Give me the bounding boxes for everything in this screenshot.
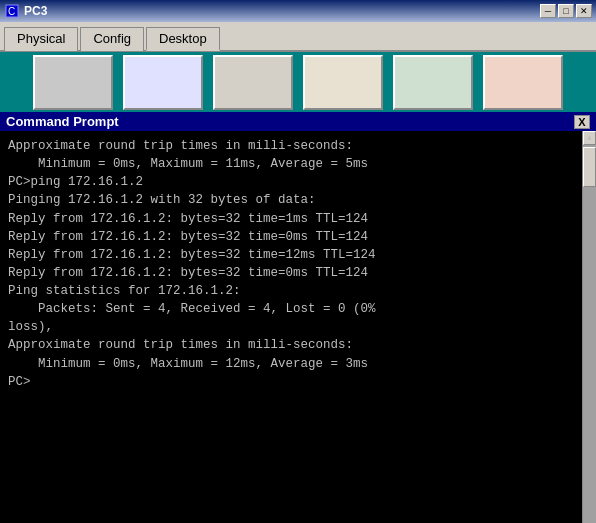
scrollbar-up-button[interactable]: ▲: [583, 131, 596, 145]
cmd-line-4: PC>ping 172.16.1.2: [8, 173, 574, 191]
cmd-close-button[interactable]: X: [574, 115, 590, 129]
cmd-line-19: PC>: [8, 373, 574, 391]
cmd-title-text: Command Prompt: [6, 114, 119, 129]
cmd-scrollbar[interactable]: ▲ ▼: [582, 131, 596, 523]
cmd-line-8: Reply from 172.16.1.2: bytes=32 time=1ms…: [8, 210, 574, 228]
window-title: PC3: [24, 4, 540, 18]
command-prompt-window: Command Prompt X Approximate round trip …: [0, 112, 596, 523]
cmd-output: Approximate round trip times in milli-se…: [8, 137, 574, 391]
cmd-line-15: loss),: [8, 318, 574, 336]
cmd-line-1: Approximate round trip times in milli-se…: [8, 137, 574, 155]
close-button[interactable]: ✕: [576, 4, 592, 18]
cmd-body[interactable]: Approximate round trip times in milli-se…: [0, 131, 596, 523]
maximize-button[interactable]: □: [558, 4, 574, 18]
scrollbar-track[interactable]: [583, 145, 596, 523]
tab-desktop[interactable]: Desktop: [146, 27, 220, 51]
desktop-area: [0, 52, 596, 112]
window-icon: C: [4, 3, 20, 19]
cmd-line-17: Minimum = 0ms, Maximum = 12ms, Average =…: [8, 355, 574, 373]
desktop-icon-1: [33, 55, 113, 110]
cmd-line-16: Approximate round trip times in milli-se…: [8, 336, 574, 354]
cmd-title-bar: Command Prompt X: [0, 112, 596, 131]
desktop-icons: [33, 55, 563, 110]
svg-text:C: C: [8, 6, 15, 17]
tab-bar: Physical Config Desktop: [0, 22, 596, 52]
minimize-button[interactable]: ─: [540, 4, 556, 18]
desktop-icon-6: [483, 55, 563, 110]
cmd-line-10: Reply from 172.16.1.2: bytes=32 time=12m…: [8, 246, 574, 264]
desktop-icon-2: [123, 55, 203, 110]
tab-config[interactable]: Config: [80, 27, 144, 51]
window-controls: ─ □ ✕: [540, 4, 592, 18]
cmd-line-2: Minimum = 0ms, Maximum = 11ms, Average =…: [8, 155, 574, 173]
cmd-line-14: Packets: Sent = 4, Received = 4, Lost = …: [8, 300, 574, 318]
scrollbar-thumb[interactable]: [583, 147, 596, 187]
tab-physical[interactable]: Physical: [4, 27, 78, 51]
window-title-bar: C PC3 ─ □ ✕: [0, 0, 596, 22]
cmd-line-6: Pinging 172.16.1.2 with 32 bytes of data…: [8, 191, 574, 209]
desktop-icon-5: [393, 55, 473, 110]
cmd-line-13: Ping statistics for 172.16.1.2:: [8, 282, 574, 300]
cmd-line-9: Reply from 172.16.1.2: bytes=32 time=0ms…: [8, 228, 574, 246]
desktop-icon-4: [303, 55, 383, 110]
desktop-icon-3: [213, 55, 293, 110]
cmd-line-11: Reply from 172.16.1.2: bytes=32 time=0ms…: [8, 264, 574, 282]
